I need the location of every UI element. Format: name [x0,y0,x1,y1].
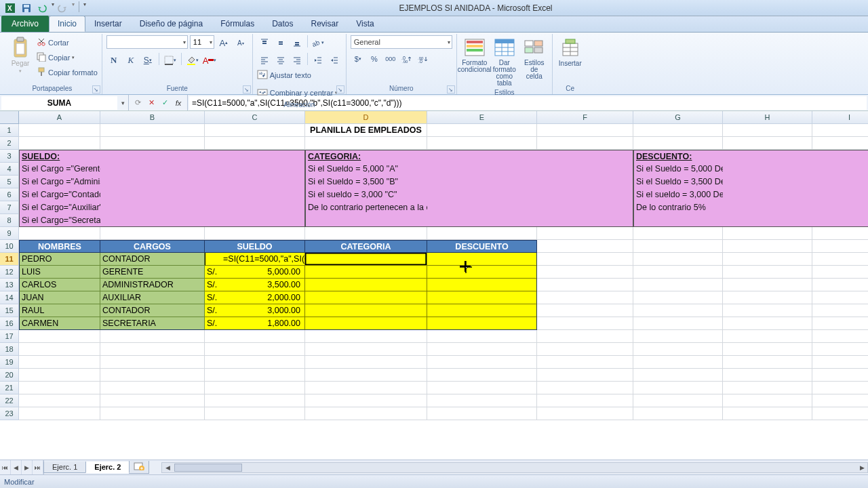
undo-icon[interactable] [35,1,50,15]
sheet-tab-2[interactable]: Ejerc. 2 [85,462,130,473]
cell-G22[interactable] [633,394,723,407]
cell-D6[interactable]: Si el sueldo = 3,000 "C" [305,188,427,201]
cell-B4[interactable] [100,163,205,176]
clipboard-launcher-icon[interactable]: ↘ [92,85,100,94]
cell-D12[interactable] [305,266,427,279]
tab-home[interactable]: Inicio [49,16,85,32]
cell-E18[interactable] [427,343,537,356]
cell-C20[interactable] [205,369,305,382]
cell-H8[interactable] [723,214,812,227]
bold-button[interactable]: N [106,53,121,68]
cell-C19[interactable] [205,356,305,369]
cell-G18[interactable] [633,343,723,356]
fill-color-button[interactable]: ▾ [185,53,200,68]
thousands-icon[interactable]: 000 [383,52,398,66]
cell-I11[interactable] [812,253,868,266]
cell-B18[interactable] [100,343,205,356]
cell-D21[interactable] [305,382,427,394]
cell-C11[interactable]: =SI(C11=5000,"a",SI(C11=3500,"b",SI(c11=… [205,253,305,266]
row-header-1[interactable]: 1 [0,124,19,137]
cell-A17[interactable] [19,330,100,343]
cell-E2[interactable] [427,137,537,150]
sheet-tab-1[interactable]: Ejerc. 1 [43,462,86,473]
cell-H4[interactable] [723,163,812,176]
cell-I12[interactable] [812,266,868,279]
column-header-F[interactable]: F [537,111,633,124]
cell-D9[interactable] [305,227,427,240]
align-top-icon[interactable] [257,35,272,50]
cell-B11[interactable]: CONTADOR [100,253,205,266]
cell-E11[interactable] [427,253,537,266]
cell-G4[interactable]: Si el Sueldo = 5,000 Descuento del 18% [633,163,723,176]
tab-insert[interactable]: Insertar [85,16,131,32]
cell-C12[interactable]: S/.5,000.00 [205,266,305,279]
cell-F7[interactable] [537,201,633,214]
italic-button[interactable]: K [123,53,138,68]
cell-E6[interactable] [427,188,537,201]
row-header-21[interactable]: 21 [0,382,19,394]
cell-B17[interactable] [100,330,205,343]
sheet-nav-next-icon[interactable]: ▶ [22,460,33,474]
redo-icon[interactable] [56,1,71,15]
cell-A7[interactable]: Si el Cargo="Auxiliar", su sueldo sera 2… [19,201,100,214]
cell-B19[interactable] [100,356,205,369]
cell-H21[interactable] [723,382,812,394]
cell-I8[interactable] [812,214,868,227]
cell-E4[interactable] [427,163,537,176]
cell-C4[interactable] [205,163,305,176]
cell-A16[interactable]: CARMEN [19,317,100,330]
cell-C22[interactable] [205,394,305,407]
cell-G20[interactable] [633,369,723,382]
cell-H5[interactable] [723,176,812,188]
cell-I17[interactable] [812,330,868,343]
name-box[interactable]: ▾ [0,95,129,110]
cell-H11[interactable] [723,253,812,266]
cell-F22[interactable] [537,394,633,407]
cell-D20[interactable] [305,369,427,382]
row-header-10[interactable]: 10 [0,240,19,253]
cell-C21[interactable] [205,382,305,394]
cell-B7[interactable] [100,201,205,214]
cell-E1[interactable] [427,124,537,137]
font-family-combo[interactable] [106,35,188,49]
cell-D15[interactable] [305,304,427,317]
cell-D14[interactable] [305,291,427,304]
underline-button[interactable]: S▾ [140,53,155,68]
cell-H1[interactable] [723,124,812,137]
name-box-dropdown-icon[interactable]: ▾ [117,100,128,106]
cell-D3[interactable]: CATEGORIA: [305,150,427,163]
format-painter-button[interactable]: Copiar formato [37,65,98,80]
wrap-text-button[interactable]: ab Ajustar texto [257,68,311,83]
cell-H18[interactable] [723,343,812,356]
cell-F10[interactable] [537,240,633,253]
cell-E19[interactable] [427,356,537,369]
column-header-D[interactable]: D [305,111,427,124]
sheet-nav-first-icon[interactable]: ⏮ [0,460,11,474]
cell-A11[interactable]: PEDRO [19,253,100,266]
cell-E5[interactable] [427,176,537,188]
cell-A6[interactable]: Si el Cargo="Contador", su sueldo sera 3… [19,188,100,201]
cell-A18[interactable] [19,343,100,356]
cell-G2[interactable] [633,137,723,150]
cell-F12[interactable] [537,266,633,279]
cell-G1[interactable] [633,124,723,137]
cell-H6[interactable] [723,188,812,201]
increase-font-icon[interactable]: A▴ [216,35,231,50]
row-header-5[interactable]: 5 [0,176,19,188]
cell-F8[interactable] [537,214,633,227]
cell-I14[interactable] [812,291,868,304]
row-header-23[interactable]: 23 [0,407,19,420]
cell-A20[interactable] [19,369,100,382]
cell-F5[interactable] [537,176,633,188]
font-launcher-icon[interactable]: ↘ [243,85,251,94]
align-center-icon[interactable] [273,53,288,68]
cell-A3[interactable]: SUELDO: [19,150,100,163]
cell-F21[interactable] [537,382,633,394]
cell-styles-button[interactable]: Estilos de celda [521,35,548,81]
cell-F1[interactable] [537,124,633,137]
row-header-2[interactable]: 2 [0,137,19,150]
copy-button[interactable]: Copiar ▾ [37,50,98,65]
cell-F17[interactable] [537,330,633,343]
cell-I7[interactable] [812,201,868,214]
cell-C9[interactable] [205,227,305,240]
